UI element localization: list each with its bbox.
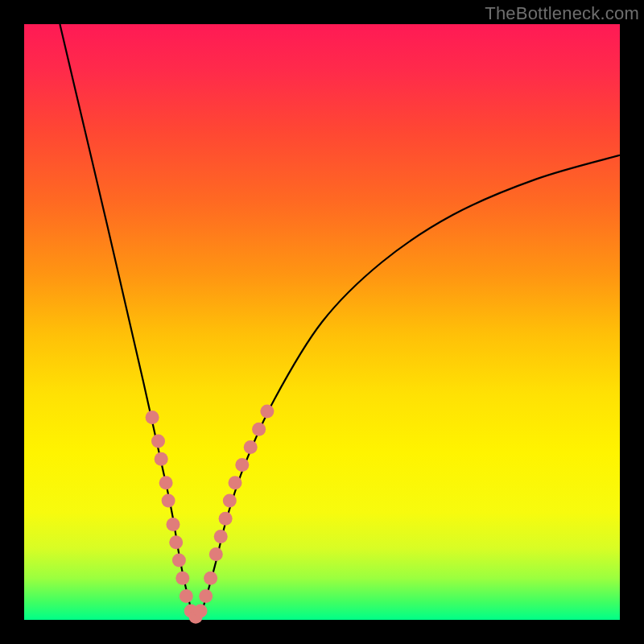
watermark-text: TheBottleneck.com xyxy=(485,3,639,24)
data-marker xyxy=(229,476,242,489)
chart-frame: TheBottleneck.com xyxy=(0,0,644,644)
data-marker xyxy=(180,589,193,603)
data-marker xyxy=(155,452,168,466)
data-marker xyxy=(209,547,223,561)
data-marker xyxy=(244,440,258,454)
data-marker xyxy=(235,458,249,472)
data-marker xyxy=(175,572,189,585)
data-marker xyxy=(151,435,165,448)
bottleneck-curve xyxy=(60,24,620,620)
data-marker xyxy=(223,494,237,508)
data-marker xyxy=(199,589,213,603)
data-marker xyxy=(146,411,159,424)
marker-group xyxy=(146,405,275,624)
curve-svg xyxy=(24,24,620,620)
data-marker xyxy=(172,554,186,568)
data-marker xyxy=(219,512,233,526)
data-marker xyxy=(204,572,217,585)
data-marker xyxy=(252,423,266,436)
plot-area xyxy=(24,24,620,620)
data-marker xyxy=(169,535,183,549)
data-marker xyxy=(260,405,274,419)
data-marker xyxy=(162,494,175,508)
data-marker xyxy=(167,518,180,531)
data-marker xyxy=(194,604,208,617)
data-marker xyxy=(159,476,173,489)
data-marker xyxy=(214,530,228,543)
